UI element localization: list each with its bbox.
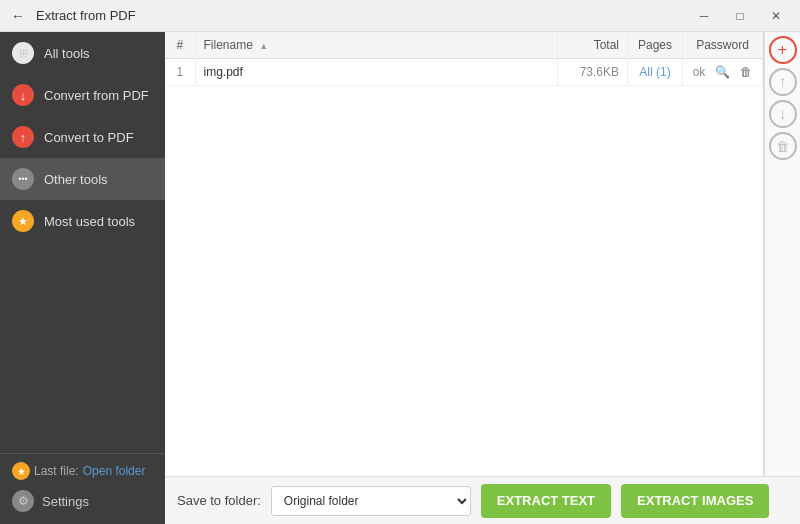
extract-images-button[interactable]: EXTRACT IMAGES [621,484,769,518]
window-controls: ─ □ ✕ [688,4,792,28]
open-folder-link[interactable]: Open folder [83,464,146,478]
extract-text-button[interactable]: EXTRACT TEXT [481,484,611,518]
sidebar-item-convert-from-pdf[interactable]: ↓ Convert from PDF [0,74,165,116]
all-tools-icon: ⊞ [12,42,34,64]
settings-icon: ⚙ [12,490,34,512]
row-delete-icon[interactable]: 🗑 [740,65,752,79]
sidebar-label-convert-from: Convert from PDF [44,88,149,103]
last-file-label: Last file: [34,464,79,478]
move-up-button[interactable]: ↑ [769,68,797,96]
convert-to-icon: ↑ [12,126,34,148]
sidebar-item-convert-to-pdf[interactable]: ↑ Convert to PDF [0,116,165,158]
settings-label: Settings [42,494,89,509]
cell-password: ok 🔍 🗑 [683,59,763,86]
password-ok: ok [693,65,706,79]
content-area: # Filename ▲ Total Pages Password 1 img.… [165,32,800,524]
other-tools-icon: ••• [12,168,34,190]
sidebar-label-all-tools: All tools [44,46,90,61]
file-table: # Filename ▲ Total Pages Password 1 img.… [165,32,763,86]
move-down-button[interactable]: ↓ [769,100,797,128]
sort-arrow-filename: ▲ [259,41,268,51]
cell-num: 1 [165,59,195,86]
pages-link[interactable]: All (1) [639,65,670,79]
bottom-bar: Save to folder: Original folderCustom fo… [165,476,800,524]
last-file-icon: ★ [12,462,30,480]
maximize-button[interactable]: □ [724,4,756,28]
sidebar-label-other-tools: Other tools [44,172,108,187]
password-search-icon[interactable]: 🔍 [715,65,730,79]
sidebar: ⊞ All tools ↓ Convert from PDF ↑ Convert… [0,32,165,524]
table-header-row: # Filename ▲ Total Pages Password [165,32,763,59]
col-header-password: Password [683,32,763,59]
cell-filename: img.pdf [195,59,558,86]
col-header-total: Total [558,32,628,59]
right-toolbar: + ↑ ↓ 🗑 [764,32,800,476]
titlebar: ← Extract from PDF ─ □ ✕ [0,0,800,32]
col-header-num: # [165,32,195,59]
settings-row[interactable]: ⚙ Settings [12,486,153,516]
add-file-button[interactable]: + [769,36,797,64]
minimize-button[interactable]: ─ [688,4,720,28]
cell-pages: All (1) [628,59,683,86]
sidebar-label-convert-to: Convert to PDF [44,130,134,145]
save-to-label: Save to folder: [177,493,261,508]
file-table-wrapper: # Filename ▲ Total Pages Password 1 img.… [165,32,800,476]
delete-file-button[interactable]: 🗑 [769,132,797,160]
file-table-container: # Filename ▲ Total Pages Password 1 img.… [165,32,764,476]
table-row: 1 img.pdf 73.6KB All (1) ok 🔍 🗑 [165,59,763,86]
main-layout: ⊞ All tools ↓ Convert from PDF ↑ Convert… [0,32,800,524]
back-button[interactable]: ← [8,6,28,26]
cell-total: 73.6KB [558,59,628,86]
sidebar-item-most-used-tools[interactable]: ★ Most used tools [0,200,165,242]
col-header-pages: Pages [628,32,683,59]
folder-select[interactable]: Original folderCustom folder [271,486,471,516]
sidebar-item-all-tools[interactable]: ⊞ All tools [0,32,165,74]
last-file-row: ★ Last file: Open folder [12,462,153,480]
convert-from-icon: ↓ [12,84,34,106]
sidebar-bottom: ★ Last file: Open folder ⚙ Settings [0,453,165,524]
window-title: Extract from PDF [36,8,688,23]
col-header-filename: Filename ▲ [195,32,558,59]
close-button[interactable]: ✕ [760,4,792,28]
sidebar-label-most-used: Most used tools [44,214,135,229]
most-used-icon: ★ [12,210,34,232]
sidebar-item-other-tools[interactable]: ••• Other tools [0,158,165,200]
